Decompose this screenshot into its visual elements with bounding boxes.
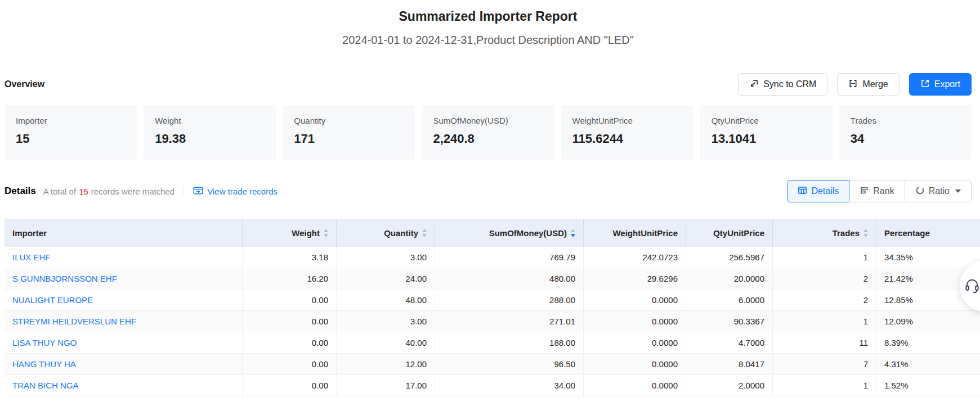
value-cell: 12.00 xyxy=(337,354,435,375)
merge-icon xyxy=(848,79,858,91)
view-trade-records-link[interactable]: View trade records xyxy=(193,186,278,197)
tab-label: Details xyxy=(811,186,839,196)
value-cell: 480.00 xyxy=(435,268,584,290)
stat-card-trades: Trades34 xyxy=(839,105,972,160)
column-header-importer: Importer xyxy=(5,219,243,247)
stat-card-qtyunitprice: QtyUnitPrice13.1041 xyxy=(700,105,833,160)
value-cell: 188.00 xyxy=(435,332,584,354)
value-cell: 288.00 xyxy=(435,290,584,311)
column-header-percentage: Percentage xyxy=(876,219,980,247)
matched-count: 15 xyxy=(79,187,88,196)
tab-rank[interactable]: Rank xyxy=(849,180,905,202)
table-row: TRAN BICH NGA0.0017.0034.000.00002.00001… xyxy=(5,375,980,396)
value-cell: 2 xyxy=(773,268,876,290)
importer-link[interactable]: LISA THUY NGO xyxy=(12,338,77,347)
importer-cell: TRAN BICH NGA xyxy=(5,375,243,396)
importer-cell: NUALIGHT EUROPE xyxy=(5,290,243,311)
value-cell: 271.01 xyxy=(435,311,584,332)
value-cell: 4.31% xyxy=(876,354,980,375)
column-header-weightunitprice: WeightUnitPrice xyxy=(584,219,686,247)
table-row: LISA THUY NGO0.0040.00188.000.00004.7000… xyxy=(5,332,980,354)
page-title: Summarized Importer Report xyxy=(5,8,972,25)
value-cell: 769.79 xyxy=(435,247,584,268)
value-cell: 90.3367 xyxy=(686,311,773,332)
value-cell: 24.00 xyxy=(337,268,435,290)
table-row: STREYMI HEILDVERSLUN EHF0.003.00271.010.… xyxy=(5,311,980,332)
merge-button[interactable]: Merge xyxy=(837,73,899,96)
importer-cell: ILUX EHF xyxy=(5,247,243,268)
tab-details[interactable]: Details xyxy=(787,180,849,202)
column-header-weight[interactable]: Weight xyxy=(243,219,337,247)
value-cell: 8.0417 xyxy=(686,354,773,375)
value-cell: 96.50 xyxy=(435,354,584,375)
sort-toggle-icon[interactable] xyxy=(324,229,328,237)
sync-to-crm-label: Sync to CRM xyxy=(763,79,816,89)
value-cell: 0.0000 xyxy=(584,375,686,396)
table-header-row: ImporterWeightQuantitySumOfMoney(USD)Wei… xyxy=(5,219,980,247)
value-cell: 0.0000 xyxy=(584,290,686,311)
column-header-label: Trades xyxy=(833,228,860,238)
stat-card-value: 171 xyxy=(294,132,404,146)
importer-table-wrap: ImporterWeightQuantitySumOfMoney(USD)Wei… xyxy=(5,219,980,396)
merge-label: Merge xyxy=(862,79,888,89)
stat-card-label: QtyUnitPrice xyxy=(711,116,821,126)
importer-link[interactable]: ILUX EHF xyxy=(12,252,51,262)
value-cell: 3.18 xyxy=(243,247,337,268)
records-matched-summary: A total of15records were matched xyxy=(43,187,174,196)
column-header-quantity[interactable]: Quantity xyxy=(337,219,435,247)
table-row: S GUNNBJORNSSON EHF16.2024.00480.0029.62… xyxy=(5,268,980,290)
value-cell: 0.0000 xyxy=(584,311,686,332)
stat-card-value: 34 xyxy=(851,132,960,146)
value-cell: 2 xyxy=(773,290,876,311)
value-cell: 48.00 xyxy=(337,290,435,311)
table-icon xyxy=(798,186,807,197)
column-header-sumofmoney-usd-[interactable]: SumOfMoney(USD) xyxy=(435,219,584,247)
value-cell: 256.5967 xyxy=(686,247,773,268)
stat-card-value: 19.38 xyxy=(155,132,265,146)
value-cell: 3.00 xyxy=(337,311,435,332)
stat-card-value: 15 xyxy=(16,132,126,146)
importer-link[interactable]: NUALIGHT EUROPE xyxy=(12,295,93,305)
importer-link[interactable]: S GUNNBJORNSSON EHF xyxy=(12,274,117,283)
value-cell: 16.20 xyxy=(243,268,337,290)
value-cell: 0.00 xyxy=(243,290,337,311)
column-header-label: Percentage xyxy=(884,228,930,238)
trade-records-icon xyxy=(193,186,203,197)
importer-link[interactable]: STREYMI HEILDVERSLUN EHF xyxy=(12,317,136,326)
stat-card-weightunitprice: WeightUnitPrice115.6244 xyxy=(561,105,693,160)
importer-link[interactable]: TRAN BICH NGA xyxy=(12,381,79,390)
sort-toggle-icon[interactable] xyxy=(571,229,575,237)
export-icon xyxy=(920,79,930,91)
importer-link[interactable]: HANG THUY HA xyxy=(12,359,76,369)
tab-label: Rank xyxy=(873,186,894,196)
sync-to-crm-button[interactable]: Sync to CRM xyxy=(738,73,827,96)
importer-cell: LISA THUY NGO xyxy=(5,332,243,354)
stat-card-label: WeightUnitPrice xyxy=(572,116,682,126)
sort-toggle-icon[interactable] xyxy=(863,229,868,237)
value-cell: 1.52% xyxy=(876,375,980,396)
value-cell: 34.35% xyxy=(876,247,980,268)
value-cell: 1 xyxy=(773,375,876,396)
sort-toggle-icon[interactable] xyxy=(422,229,427,237)
stat-card-label: SumOfMoney(USD) xyxy=(433,116,543,126)
stat-card-value: 115.6244 xyxy=(572,132,682,146)
column-header-label: Weight xyxy=(292,228,320,238)
tab-ratio[interactable]: Ratio xyxy=(905,180,972,202)
column-header-label: QtyUnitPrice xyxy=(713,228,764,238)
value-cell: 4.7000 xyxy=(686,332,773,354)
column-header-trades[interactable]: Trades xyxy=(773,219,876,247)
stat-card-label: Trades xyxy=(851,116,960,126)
value-cell: 12.09% xyxy=(876,311,980,332)
chevron-down-icon xyxy=(955,189,961,193)
overview-heading: Overview xyxy=(5,79,44,89)
value-cell: 3.00 xyxy=(337,247,435,268)
overview-actions: Sync to CRM Merge Export xyxy=(738,73,972,96)
overview-cards: Importer15Weight19.38Quantity171SumOfMon… xyxy=(5,105,972,160)
value-cell: 6.0000 xyxy=(686,290,773,311)
value-cell: 2.0000 xyxy=(686,375,773,396)
export-button[interactable]: Export xyxy=(909,73,972,96)
importer-cell: STREYMI HEILDVERSLUN EHF xyxy=(5,311,243,332)
value-cell: 0.0000 xyxy=(584,354,686,375)
tab-label: Ratio xyxy=(929,186,950,196)
details-heading: Details xyxy=(5,186,36,197)
